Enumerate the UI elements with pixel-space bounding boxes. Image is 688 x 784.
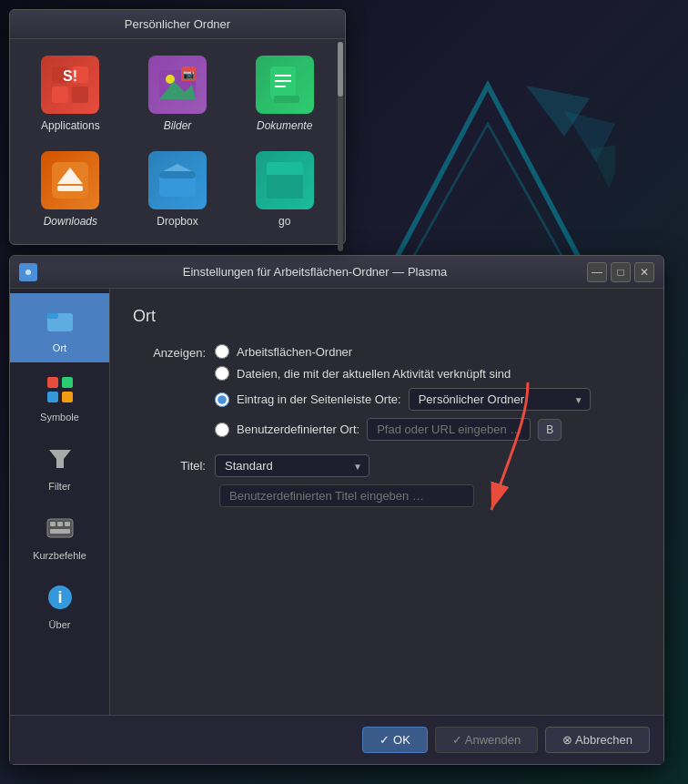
sidebar-item-kurzbefehle-label: Kurzbefehle (33, 550, 86, 561)
svg-rect-35 (47, 392, 58, 402)
radio-arbeitsflachen[interactable] (215, 344, 229, 359)
minimize-button[interactable]: — (587, 262, 607, 282)
svg-marker-25 (163, 164, 192, 171)
bilder-label: Bilder (164, 119, 192, 132)
radio-row-arbeitsflachen: Arbeitsflächen-Ordner (215, 344, 591, 359)
svg-rect-33 (47, 377, 58, 388)
svg-rect-28 (267, 162, 303, 171)
popup-scrollbar[interactable] (338, 42, 343, 251)
dialog-titlebar: Einstellungen für Arbeitsflächen-Ordner … (10, 256, 663, 289)
radio-benutzerdefiniert-label: Benutzerdefinierter Ort: (237, 423, 359, 436)
svg-rect-27 (267, 175, 303, 199)
downloads-icon (41, 151, 99, 209)
maximize-button[interactable]: □ (611, 262, 631, 282)
ok-button[interactable]: ✓ OK (362, 727, 427, 753)
dropbox-label: Dropbox (157, 215, 197, 228)
svg-rect-40 (57, 522, 63, 526)
sidebar-item-symbole[interactable]: Symbole (10, 362, 109, 432)
svg-marker-37 (49, 450, 71, 468)
svg-rect-42 (50, 529, 70, 534)
cancel-button[interactable]: ⊗ Abbrechen (545, 727, 650, 753)
svg-rect-41 (65, 522, 70, 526)
location-dropdown-wrapper: Persönlicher Ordner (409, 388, 591, 411)
dialog-content: Ort Symbole (10, 289, 663, 715)
apply-button[interactable]: ✓ Anwenden (435, 727, 538, 753)
dialog-controls: — □ ✕ (587, 262, 654, 282)
radio-eintrag[interactable] (215, 392, 229, 407)
svg-rect-39 (50, 522, 56, 526)
dialog-footer: ✓ OK ✓ Anwenden ⊗ Abbrechen (10, 715, 663, 764)
svg-rect-34 (62, 377, 73, 388)
radio-arbeitsflachen-label: Arbeitsflächen-Ordner (237, 345, 352, 359)
popup-title: Persönlicher Ordner (10, 10, 345, 39)
file-item-downloads[interactable]: Downloads (19, 144, 122, 235)
svg-rect-15 (270, 66, 296, 99)
downloads-label: Downloads (44, 215, 97, 228)
radio-eintrag-label: Eintrag in der Seitenleiste Orte: (237, 392, 401, 406)
title-dropdown[interactable]: Standard Benutzerdefiniert (215, 454, 369, 477)
sidebar-item-uber-label: Über (49, 619, 71, 630)
file-item-applications[interactable]: S! Applications (19, 48, 122, 139)
titel-label: Titel: (133, 459, 206, 473)
close-button[interactable]: ✕ (634, 262, 654, 282)
radio-dateien[interactable] (215, 366, 229, 381)
dokumente-icon (256, 56, 314, 114)
dialog-icon (19, 263, 37, 281)
dialog-title: Einstellungen für Arbeitsflächen-Ordner … (43, 265, 587, 279)
kurzbefehle-icon (42, 510, 78, 546)
svg-rect-36 (62, 392, 73, 402)
svg-marker-4 (590, 143, 615, 188)
svg-rect-7 (52, 87, 68, 103)
radio-benutzerdefiniert[interactable] (215, 423, 229, 437)
title-dropdown-wrapper: Standard Benutzerdefiniert (215, 454, 369, 477)
applications-icon: S! (41, 56, 99, 114)
bilder-icon: 📷 (148, 56, 207, 114)
svg-rect-8 (72, 87, 88, 103)
sidebar-item-filter[interactable]: Filter (10, 432, 109, 501)
svg-rect-16 (274, 96, 299, 103)
ort-icon (42, 302, 78, 339)
popup-scrollbar-thumb (338, 42, 343, 97)
svg-text:S!: S! (63, 68, 77, 84)
radio-row-benutzerdefiniert: Benutzerdefinierter Ort: B (215, 418, 591, 441)
sidebar-item-kurzbefehle[interactable]: Kurzbefehle (10, 501, 109, 570)
applications-label: Applications (41, 119, 100, 132)
sidebar-item-filter-label: Filter (48, 481, 70, 492)
sidebar-item-ort-label: Ort (53, 342, 66, 353)
file-item-dokumente[interactable]: Dokumente (233, 48, 336, 139)
sidebar-item-ort[interactable]: Ort (10, 293, 109, 362)
svg-text:i: i (57, 588, 62, 606)
radio-dateien-label: Dateien, die mit der aktuellen Aktivität… (237, 367, 511, 381)
file-item-bilder[interactable]: 📷 Bilder (126, 48, 229, 139)
svg-rect-32 (47, 313, 58, 319)
dokumente-label: Dokumente (257, 119, 312, 132)
file-manager-popup: Persönlicher Ordner S! Applications (9, 9, 346, 245)
anzeigen-row: Anzeigen: Arbeitsflächen-Ordner Dateien,… (133, 344, 641, 441)
location-dropdown[interactable]: Persönlicher Ordner (409, 388, 591, 411)
svg-rect-24 (159, 171, 196, 178)
svg-text:📷: 📷 (183, 68, 195, 80)
filter-icon (42, 441, 78, 477)
go-icon (256, 151, 314, 209)
browse-button[interactable]: B (538, 419, 562, 441)
sidebar: Ort Symbole (10, 289, 110, 715)
svg-rect-22 (57, 186, 83, 191)
file-item-go[interactable]: go (233, 144, 336, 235)
settings-dialog: Einstellungen für Arbeitsflächen-Ordner … (9, 255, 664, 765)
url-input[interactable] (367, 418, 531, 441)
anzeigen-label: Anzeigen: (133, 344, 206, 360)
svg-point-30 (25, 270, 31, 275)
sidebar-item-uber[interactable]: i Über (10, 570, 109, 639)
custom-title-input[interactable] (219, 484, 474, 507)
section-title: Ort (133, 307, 641, 326)
uber-icon: i (42, 579, 78, 616)
go-label: go (278, 215, 290, 228)
dropbox-icon (148, 151, 207, 209)
file-grid: S! Applications 📷 Bilder (10, 39, 345, 244)
sidebar-item-symbole-label: Symbole (40, 412, 79, 423)
main-content: Ort Anzeigen: Arbeitsflächen-Ordner Date… (110, 289, 663, 715)
symbole-icon (42, 372, 78, 408)
radio-row-dateien: Dateien, die mit der aktuellen Aktivität… (215, 366, 591, 381)
radio-group-anzeigen: Arbeitsflächen-Ordner Dateien, die mit d… (215, 344, 591, 441)
file-item-dropbox[interactable]: Dropbox (126, 144, 229, 235)
